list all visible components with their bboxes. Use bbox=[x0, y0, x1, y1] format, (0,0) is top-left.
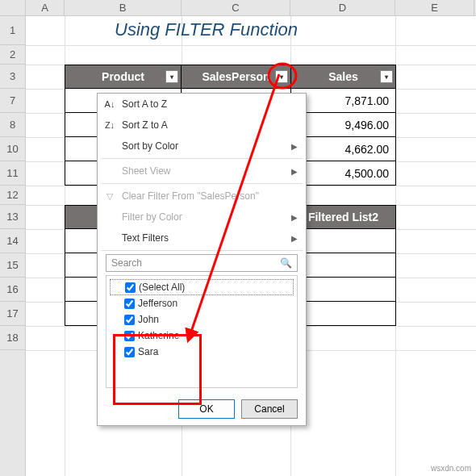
row-13[interactable]: 13 bbox=[0, 205, 25, 229]
menu-text-filters[interactable]: Text Filters ▶ bbox=[98, 228, 306, 248]
check-label: Katherine bbox=[138, 330, 179, 341]
menu-filter-color: Filter by Color ▶ bbox=[98, 207, 306, 228]
chevron-right-icon: ▶ bbox=[291, 234, 298, 243]
search-input[interactable]: Search 🔍 bbox=[106, 254, 298, 272]
menu-divider bbox=[101, 250, 303, 251]
check-label: Sara bbox=[138, 346, 158, 357]
row-18[interactable]: 18 bbox=[0, 326, 25, 350]
header-sales-label: Sales bbox=[328, 70, 358, 83]
checkbox[interactable] bbox=[124, 347, 135, 357]
menu-label: Sheet View bbox=[122, 165, 171, 177]
menu-sort-az[interactable]: A↓ Sort A to Z bbox=[98, 94, 306, 115]
sales-value: 9,496.00 bbox=[345, 119, 390, 132]
check-select-all[interactable]: (Select All) bbox=[110, 279, 294, 295]
funnel-icon: ▽ bbox=[104, 190, 115, 202]
checkbox[interactable] bbox=[124, 299, 135, 309]
chevron-right-icon: ▶ bbox=[291, 213, 298, 222]
menu-divider bbox=[101, 158, 303, 159]
check-item[interactable]: John bbox=[110, 311, 294, 328]
row-12[interactable]: 12 bbox=[0, 186, 25, 205]
menu-buttons: OK Cancel bbox=[98, 393, 306, 425]
row-2[interactable]: 2 bbox=[0, 45, 25, 65]
page-title: Using FILTER Function bbox=[115, 19, 298, 40]
check-label: (Select All) bbox=[139, 282, 185, 293]
row-10[interactable]: 10 bbox=[0, 137, 25, 161]
row-3[interactable]: 3 bbox=[0, 65, 25, 89]
filter-button-salesperson[interactable]: ▾ bbox=[275, 70, 288, 83]
header-product-label: Product bbox=[102, 70, 144, 83]
check-label: Jefferson bbox=[138, 298, 177, 309]
search-placeholder: Search bbox=[111, 257, 142, 269]
menu-sort-za[interactable]: Z↓ Sort Z to A bbox=[98, 115, 306, 136]
ok-button[interactable]: OK bbox=[178, 399, 235, 419]
filter-checklist: (Select All) Jefferson John Katherine Sa… bbox=[106, 275, 298, 388]
checkbox[interactable] bbox=[124, 315, 135, 325]
menu-label: Sort Z to A bbox=[122, 119, 168, 131]
chevron-right-icon: ▶ bbox=[291, 142, 298, 151]
col-C[interactable]: C bbox=[182, 0, 290, 15]
sales-value: 4,662.00 bbox=[345, 143, 390, 156]
header-product: Product ▾ bbox=[65, 65, 182, 89]
col-A[interactable]: A bbox=[26, 0, 65, 15]
header-filtered-label: Filtered List2 bbox=[308, 211, 378, 223]
check-label: John bbox=[138, 314, 159, 325]
col-B[interactable]: B bbox=[65, 0, 182, 15]
menu-sort-color[interactable]: Sort by Color ▶ bbox=[98, 136, 306, 157]
column-headers: A B C D E bbox=[0, 0, 476, 16]
row-17[interactable]: 17 bbox=[0, 302, 25, 326]
filter-button-sales[interactable]: ▾ bbox=[380, 70, 393, 83]
header-salesperson-label: SalesPerson bbox=[202, 70, 269, 83]
row-16[interactable]: 16 bbox=[0, 278, 25, 302]
row-headers: 1 2 3 7 8 10 11 12 13 14 15 16 17 18 bbox=[0, 16, 26, 476]
sort-az-icon: A↓ bbox=[104, 98, 115, 110]
menu-label: Text Filters bbox=[122, 232, 169, 244]
checkbox[interactable] bbox=[124, 331, 135, 341]
sales-value: 4,500.00 bbox=[345, 167, 390, 180]
menu-clear-filter: ▽ Clear Filter From "SalesPerson" bbox=[98, 186, 306, 207]
menu-label: Filter by Color bbox=[122, 211, 182, 223]
filter-button-product[interactable]: ▾ bbox=[165, 70, 178, 83]
menu-label: Sort A to Z bbox=[122, 98, 167, 110]
check-item[interactable]: Jefferson bbox=[110, 295, 294, 311]
header-sales: Sales ▾ bbox=[290, 65, 396, 89]
row-11[interactable]: 11 bbox=[0, 161, 25, 186]
row-1[interactable]: 1 bbox=[0, 16, 25, 45]
menu-sheet-view: Sheet View ▶ bbox=[98, 161, 306, 182]
col-E[interactable]: E bbox=[395, 0, 474, 15]
menu-label: Clear Filter From "SalesPerson" bbox=[122, 190, 259, 202]
chevron-right-icon: ▶ bbox=[291, 167, 298, 176]
sort-za-icon: Z↓ bbox=[104, 119, 115, 131]
col-D[interactable]: D bbox=[290, 0, 395, 15]
sales-value: 7,871.00 bbox=[345, 94, 390, 107]
menu-label: Sort by Color bbox=[122, 140, 178, 152]
row-7[interactable]: 7 bbox=[0, 89, 25, 113]
check-item[interactable]: Katherine bbox=[110, 328, 294, 344]
watermark: wsxdn.com bbox=[431, 464, 471, 473]
header-salesperson: SalesPerson ▾ bbox=[181, 65, 291, 89]
checkbox[interactable] bbox=[125, 282, 136, 293]
menu-divider bbox=[101, 183, 303, 184]
row-8[interactable]: 8 bbox=[0, 113, 25, 137]
row-15[interactable]: 15 bbox=[0, 253, 25, 278]
check-item[interactable]: Sara bbox=[110, 344, 294, 360]
cancel-button[interactable]: Cancel bbox=[241, 399, 298, 419]
filter-menu: A↓ Sort A to Z Z↓ Sort Z to A Sort by Co… bbox=[97, 93, 307, 426]
search-icon: 🔍 bbox=[280, 257, 292, 269]
row-14[interactable]: 14 bbox=[0, 229, 25, 253]
